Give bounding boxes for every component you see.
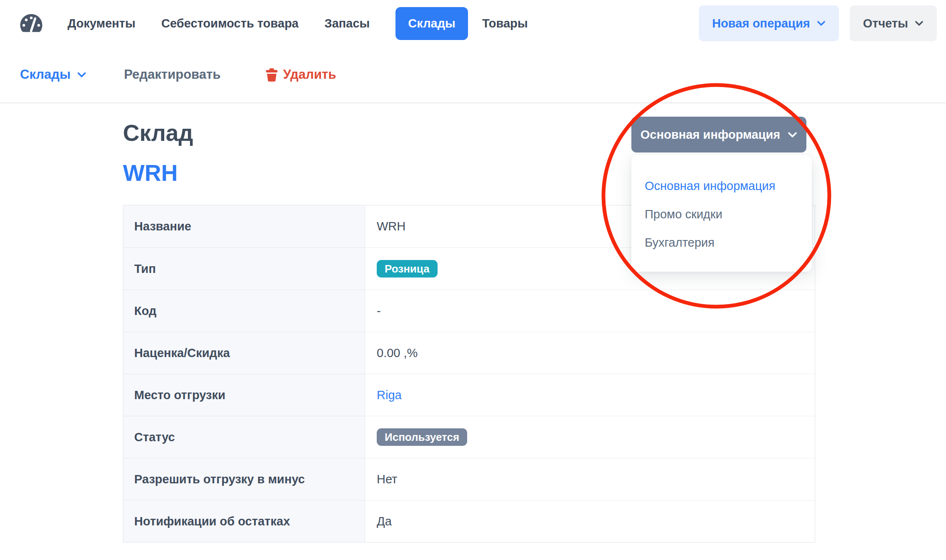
chevron-down-icon: [788, 132, 797, 138]
row-label-type: Тип: [123, 248, 365, 290]
menu-item-accounting[interactable]: Бухгалтерия: [631, 228, 812, 257]
row-label-status: Статус: [123, 416, 365, 458]
warehouses-dropdown-label: Склады: [20, 67, 70, 82]
top-nav: Документы Себестоимость товара Запасы Ск…: [0, 0, 946, 47]
row-label-markup: Наценка/Скидка: [123, 332, 365, 374]
chevron-down-icon: [77, 72, 86, 78]
row-value-shipping-place: Riga: [365, 374, 815, 416]
dashboard-gauge-icon[interactable]: [18, 12, 44, 35]
delete-label: Удалить: [283, 67, 336, 82]
nav-item-warehouses[interactable]: Склады: [395, 7, 468, 40]
toolbar: Склады Редактировать Удалить: [0, 47, 946, 103]
nav-item-stocks[interactable]: Запасы: [324, 17, 370, 30]
row-label-allow-negative: Разрешить отгрузку в минус: [123, 458, 365, 500]
nav-item-documents[interactable]: Документы: [68, 17, 135, 30]
row-value-allow-negative: Нет: [365, 458, 815, 500]
shipping-place-link[interactable]: Riga: [377, 388, 402, 402]
chevron-down-icon: [915, 20, 923, 26]
new-operation-label: Новая операция: [712, 17, 810, 30]
menu-item-main-info[interactable]: Основная информация: [631, 172, 812, 200]
warehouse-name: WRH: [123, 162, 178, 185]
reports-button[interactable]: Отчеты: [850, 5, 937, 41]
section-dropdown-menu: Основная информация Промо скидки Бухгалт…: [631, 155, 812, 272]
section-dropdown-button[interactable]: Основная информация: [631, 117, 806, 152]
delete-button[interactable]: Удалить: [265, 67, 336, 82]
trash-icon: [265, 68, 278, 82]
row-value-status: Используется: [365, 416, 815, 458]
row-label-name: Название: [123, 205, 365, 248]
row-value-stock-notifications: Да: [365, 500, 815, 542]
row-value-code: -: [365, 290, 815, 332]
reports-label: Отчеты: [863, 17, 908, 30]
row-label-code: Код: [123, 290, 365, 332]
new-operation-button[interactable]: Новая операция: [699, 5, 839, 41]
section-dropdown-label: Основная информация: [641, 128, 781, 142]
chevron-down-icon: [817, 20, 826, 26]
row-label-stock-notifications: Нотификации об остатках: [123, 500, 365, 542]
status-badge: Используется: [377, 428, 467, 446]
warehouses-dropdown[interactable]: Склады: [20, 67, 86, 82]
menu-item-promo-discounts[interactable]: Промо скидки: [631, 200, 812, 228]
nav-item-cost-of-goods[interactable]: Себестоимость товара: [161, 17, 298, 30]
row-label-shipping-place: Место отгрузки: [123, 374, 365, 416]
row-value-markup: 0.00 ,%: [365, 332, 815, 374]
header-actions: Новая операция Отчеты: [699, 5, 937, 41]
edit-button[interactable]: Редактировать: [124, 67, 220, 82]
nav-item-goods[interactable]: Товары: [482, 17, 528, 30]
type-badge: Розница: [377, 260, 438, 278]
page-title: Склад: [123, 122, 193, 145]
